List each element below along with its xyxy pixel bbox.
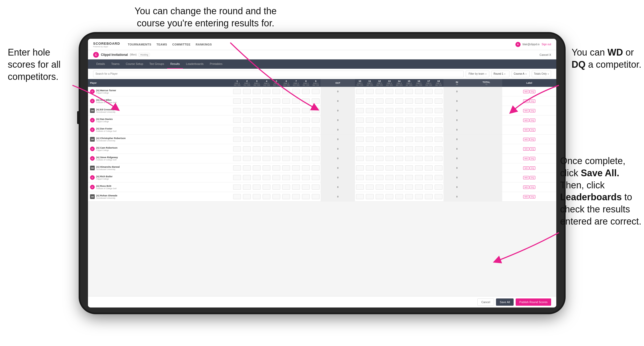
hole-score-input[interactable] <box>282 184 290 190</box>
hole-score-input[interactable] <box>415 146 423 151</box>
hole-score-input[interactable] <box>415 156 423 161</box>
hole-score-cell[interactable] <box>434 116 443 125</box>
hole-score-input[interactable] <box>366 165 374 171</box>
hole-score-cell[interactable] <box>434 135 443 144</box>
tab-printables[interactable]: Printables <box>207 59 226 69</box>
hole-score-input[interactable] <box>292 184 300 190</box>
totals-only-button[interactable]: Totals Only <box>532 71 551 77</box>
dq-button[interactable]: DQ <box>530 176 535 179</box>
hole-score-input[interactable] <box>233 156 241 161</box>
hole-score-cell[interactable] <box>424 125 434 135</box>
tab-details[interactable]: Details <box>93 59 108 69</box>
hole-score-input[interactable] <box>425 137 433 142</box>
hole-score-cell[interactable] <box>232 192 242 202</box>
hole-score-cell[interactable] <box>232 125 242 135</box>
hole-score-cell[interactable] <box>301 106 311 116</box>
hole-score-cell[interactable] <box>301 144 311 154</box>
hole-score-cell[interactable] <box>252 125 262 135</box>
hole-score-cell[interactable] <box>384 144 394 154</box>
hole-score-cell[interactable] <box>262 182 271 192</box>
hole-score-cell[interactable] <box>384 135 394 144</box>
hole-score-input[interactable] <box>395 175 403 180</box>
hole-score-cell[interactable] <box>242 163 252 173</box>
hole-score-input[interactable] <box>395 194 403 199</box>
publish-round-scores-button[interactable]: Publish Round Scores <box>516 298 551 306</box>
hole-score-cell[interactable] <box>232 154 242 163</box>
hole-score-cell[interactable] <box>434 106 443 116</box>
hole-score-input[interactable] <box>435 184 442 190</box>
hole-score-cell[interactable] <box>301 96 311 106</box>
hole-score-input[interactable] <box>233 137 241 142</box>
hole-score-input[interactable] <box>376 137 383 142</box>
hole-score-cell[interactable] <box>232 116 242 125</box>
hole-score-input[interactable] <box>405 89 413 94</box>
hole-score-cell[interactable] <box>271 163 281 173</box>
hole-score-cell[interactable] <box>414 144 424 154</box>
hole-score-input[interactable] <box>253 156 261 161</box>
hole-score-cell[interactable] <box>375 106 384 116</box>
hole-score-cell[interactable] <box>365 192 375 202</box>
hole-score-cell[interactable] <box>355 173 365 182</box>
hole-score-cell[interactable] <box>252 154 262 163</box>
hole-score-cell[interactable] <box>232 106 242 116</box>
hole-score-cell[interactable] <box>271 106 281 116</box>
hole-score-input[interactable] <box>366 89 374 94</box>
hole-score-input[interactable] <box>405 127 413 132</box>
hole-score-cell[interactable] <box>414 125 424 135</box>
wd-button[interactable]: WD <box>523 138 529 141</box>
hole-score-input[interactable] <box>415 98 423 104</box>
hole-score-input[interactable] <box>272 165 280 171</box>
hole-score-cell[interactable] <box>355 106 365 116</box>
hole-score-cell[interactable] <box>424 135 434 144</box>
hole-score-input[interactable] <box>366 194 374 199</box>
hole-score-input[interactable] <box>312 127 320 132</box>
hole-score-input[interactable] <box>395 146 403 151</box>
hole-score-input[interactable] <box>386 146 393 151</box>
hole-score-cell[interactable] <box>404 135 414 144</box>
hole-score-cell[interactable] <box>394 96 404 106</box>
hole-score-cell[interactable] <box>375 182 384 192</box>
hole-score-input[interactable] <box>292 175 300 180</box>
hole-score-cell[interactable] <box>242 154 252 163</box>
hole-score-cell[interactable] <box>394 125 404 135</box>
hole-score-cell[interactable] <box>301 87 311 96</box>
hole-score-input[interactable] <box>282 194 290 199</box>
hole-score-cell[interactable] <box>365 135 375 144</box>
hole-score-cell[interactable] <box>404 144 414 154</box>
hole-score-input[interactable] <box>435 137 442 142</box>
hole-score-cell[interactable] <box>311 173 321 182</box>
hole-score-input[interactable] <box>253 89 261 94</box>
wd-button[interactable]: WD <box>523 186 529 189</box>
hole-score-cell[interactable] <box>281 144 291 154</box>
hole-score-input[interactable] <box>395 184 403 190</box>
hole-score-input[interactable] <box>253 184 261 190</box>
hole-score-cell[interactable] <box>242 106 252 116</box>
hole-score-input[interactable] <box>356 108 364 113</box>
hole-score-input[interactable] <box>263 184 270 190</box>
hole-score-input[interactable] <box>312 137 320 142</box>
hole-score-cell[interactable] <box>271 192 281 202</box>
hole-score-input[interactable] <box>395 127 403 132</box>
hole-score-input[interactable] <box>263 137 270 142</box>
hole-score-cell[interactable] <box>375 125 384 135</box>
hole-score-input[interactable] <box>376 127 383 132</box>
hole-score-input[interactable] <box>366 127 374 132</box>
hole-score-input[interactable] <box>282 127 290 132</box>
hole-score-cell[interactable] <box>242 87 252 96</box>
hole-score-input[interactable] <box>263 175 270 180</box>
hole-score-cell[interactable] <box>355 96 365 106</box>
hole-score-cell[interactable] <box>404 125 414 135</box>
hole-score-input[interactable] <box>356 98 364 104</box>
hole-score-cell[interactable] <box>384 125 394 135</box>
hole-score-input[interactable] <box>282 156 290 161</box>
hole-score-input[interactable] <box>233 175 241 180</box>
wd-button[interactable]: WD <box>523 166 529 170</box>
hole-score-input[interactable] <box>282 175 290 180</box>
hole-score-cell[interactable] <box>271 173 281 182</box>
hole-score-cell[interactable] <box>414 192 424 202</box>
hole-score-cell[interactable] <box>311 182 321 192</box>
hole-score-input[interactable] <box>415 127 423 132</box>
hole-score-cell[interactable] <box>434 192 443 202</box>
hole-score-cell[interactable] <box>404 154 414 163</box>
hole-score-cell[interactable] <box>232 144 242 154</box>
